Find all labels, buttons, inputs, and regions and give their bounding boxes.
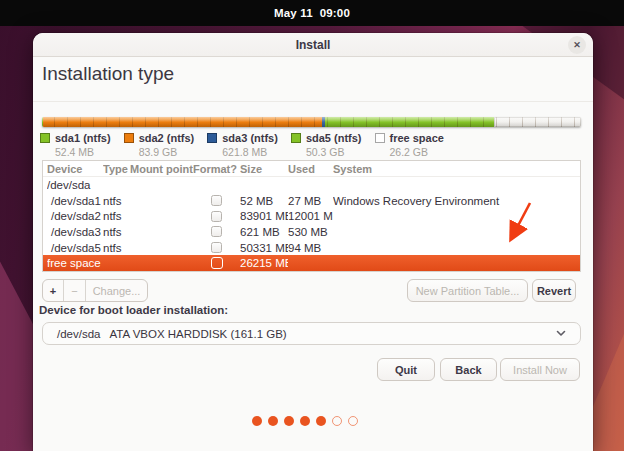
dropdown-selected-value: /dev/sda ATA VBOX HARDDISK (161.1 GB)	[57, 328, 287, 340]
quit-button[interactable]: Quit	[377, 358, 435, 381]
cell-size: 26215 MB	[240, 257, 288, 269]
legend-label: sda2 (ntfs)	[139, 132, 195, 144]
legend-swatch	[375, 133, 385, 143]
progress-dot-filled	[300, 416, 310, 426]
format-checkbox[interactable]	[211, 257, 223, 269]
cell-type: ntfs	[103, 242, 130, 254]
cell-used: 94 MB	[288, 242, 333, 254]
close-icon[interactable]: ✕	[568, 36, 586, 54]
legend-label: sda5 (ntfs)	[306, 132, 362, 144]
cell-device: /dev/sda2	[47, 210, 103, 222]
table-row-sda2[interactable]: /dev/sda2 ntfs 83901 MB 12001 MB	[43, 208, 580, 224]
page-title: Installation type	[42, 63, 174, 85]
table-header-row: Device Type Mount point Format? Size Use…	[43, 161, 580, 177]
col-header-format: Format?	[193, 163, 240, 175]
boot-loader-label: Device for boot loader installation:	[39, 304, 228, 316]
legend-item-free-space: free space 26.2 GB	[375, 132, 444, 158]
install-progress-dots	[252, 416, 358, 426]
legend-label: free space	[390, 132, 444, 144]
col-header-type: Type	[103, 163, 130, 175]
col-header-used: Used	[288, 163, 333, 175]
legend-size: 621.8 MB	[222, 146, 278, 158]
legend-swatch	[40, 133, 50, 143]
cell-used: 530 MB	[288, 226, 333, 238]
table-row-sda3[interactable]: /dev/sda3 ntfs 621 MB 530 MB	[43, 224, 580, 240]
cell-used: 27 MB	[288, 195, 333, 207]
col-header-size: Size	[240, 163, 288, 175]
progress-dot-filled	[316, 416, 326, 426]
legend-item-sda2: sda2 (ntfs) 83.9 GB	[124, 132, 195, 158]
cell-used: 12001 MB	[288, 210, 333, 222]
partition-legend: sda1 (ntfs) 52.4 MB sda2 (ntfs) 83.9 GB …	[40, 132, 444, 158]
disk-usage-bar	[42, 117, 581, 127]
legend-label: sda3 (ntfs)	[222, 132, 278, 144]
new-partition-table-button[interactable]: New Partition Table...	[407, 279, 528, 302]
cell-device: /dev/sda5	[47, 242, 103, 254]
legend-size: 26.2 GB	[390, 146, 444, 158]
progress-dot-filled	[284, 416, 294, 426]
cell-device: /dev/sda3	[47, 226, 103, 238]
legend-swatch	[124, 133, 134, 143]
cell-type: ntfs	[103, 195, 130, 207]
legend-item-sda1: sda1 (ntfs) 52.4 MB	[40, 132, 111, 158]
install-now-button[interactable]: Install Now	[500, 358, 580, 381]
format-checkbox[interactable]	[211, 242, 222, 253]
progress-dot-filled	[268, 416, 278, 426]
clock[interactable]: May 11 09:00	[274, 7, 350, 19]
progress-dot-empty	[348, 416, 358, 426]
format-checkbox[interactable]	[211, 195, 222, 206]
progress-dot-filled	[252, 416, 262, 426]
disk-bar-segment-free-space	[494, 117, 581, 127]
divider	[33, 101, 593, 102]
legend-size: 50.3 GB	[306, 146, 362, 158]
change-partition-button[interactable]: Change...	[86, 280, 147, 301]
format-checkbox[interactable]	[211, 226, 222, 237]
disk-bar-segment-sda5	[325, 117, 493, 127]
window-titlebar[interactable]: Install ✕	[33, 33, 593, 57]
install-window: Install ✕ Installation type sda1 (ntfs) …	[33, 33, 593, 451]
legend-size: 83.9 GB	[139, 146, 195, 158]
cell-size: 83901 MB	[240, 210, 288, 222]
remove-partition-button[interactable]: −	[64, 280, 86, 301]
legend-size: 52.4 MB	[55, 146, 111, 158]
cell-device: /dev/sda	[47, 179, 103, 191]
back-button[interactable]: Back	[440, 358, 497, 381]
cell-size: 50331 MB	[240, 242, 288, 254]
window-title: Install	[296, 38, 331, 52]
cell-size: 52 MB	[240, 195, 288, 207]
partition-table: Device Type Mount point Format? Size Use…	[42, 160, 581, 272]
col-header-mount-point: Mount point	[130, 163, 193, 175]
table-row-free-space-selected[interactable]: free space 26215 MB	[43, 255, 580, 271]
progress-dot-empty	[332, 416, 342, 426]
disk-bar-segment-sda2	[43, 117, 323, 127]
legend-label: sda1 (ntfs)	[55, 132, 111, 144]
table-row-sda5[interactable]: /dev/sda5 ntfs 50331 MB 94 MB	[43, 240, 580, 256]
chevron-down-icon	[556, 330, 566, 337]
revert-button[interactable]: Revert	[532, 279, 576, 302]
cell-size: 621 MB	[240, 226, 288, 238]
legend-swatch	[291, 133, 301, 143]
col-header-system: System	[333, 163, 580, 175]
add-partition-button[interactable]: +	[43, 280, 64, 301]
partition-edit-button-group: + − Change...	[42, 279, 148, 302]
cell-system: Windows Recovery Environment	[333, 195, 580, 207]
cell-type: ntfs	[103, 210, 130, 222]
table-row-sda1[interactable]: /dev/sda1 ntfs 52 MB 27 MB Windows Recov…	[43, 193, 580, 209]
table-row-dev-sda[interactable]: /dev/sda	[43, 177, 580, 193]
cell-type: ntfs	[103, 226, 130, 238]
format-checkbox[interactable]	[211, 211, 222, 222]
boot-loader-device-dropdown[interactable]: /dev/sda ATA VBOX HARDDISK (161.1 GB)	[42, 322, 581, 345]
cell-device: /dev/sda1	[47, 195, 103, 207]
legend-item-sda3: sda3 (ntfs) 621.8 MB	[207, 132, 278, 158]
gnome-top-bar: May 11 09:00	[0, 0, 624, 26]
col-header-device: Device	[47, 163, 103, 175]
legend-item-sda5: sda5 (ntfs) 50.3 GB	[291, 132, 362, 158]
legend-swatch	[207, 133, 217, 143]
cell-device: free space	[47, 257, 103, 269]
